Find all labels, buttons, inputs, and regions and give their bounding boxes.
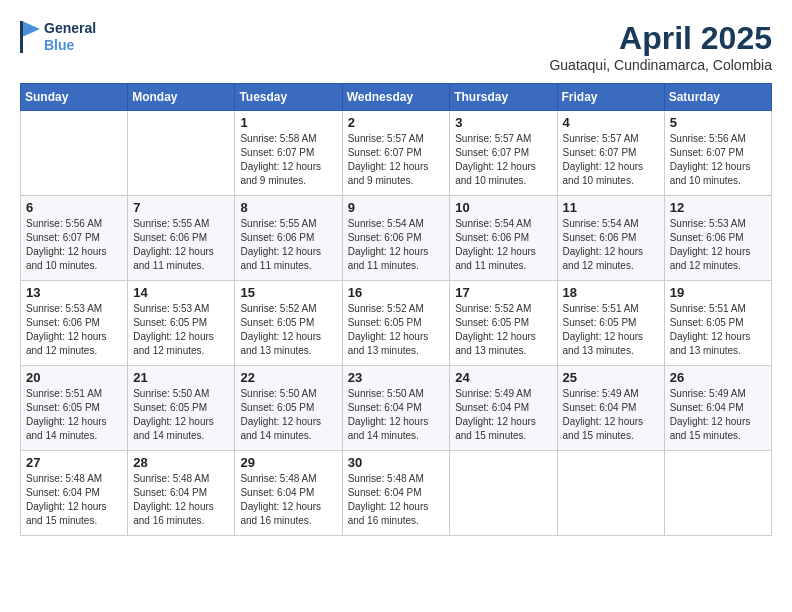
title-area: April 2025 Guataqui, Cundinamarca, Colom… [549, 20, 772, 73]
calendar-cell: 13Sunrise: 5:53 AMSunset: 6:06 PMDayligh… [21, 281, 128, 366]
day-number: 6 [26, 200, 122, 215]
calendar-cell: 11Sunrise: 5:54 AMSunset: 6:06 PMDayligh… [557, 196, 664, 281]
day-info: Sunrise: 5:53 AMSunset: 6:06 PMDaylight:… [670, 217, 766, 273]
day-number: 9 [348, 200, 445, 215]
calendar-cell: 4Sunrise: 5:57 AMSunset: 6:07 PMDaylight… [557, 111, 664, 196]
day-number: 23 [348, 370, 445, 385]
day-number: 29 [240, 455, 336, 470]
calendar-cell [128, 111, 235, 196]
calendar-cell: 26Sunrise: 5:49 AMSunset: 6:04 PMDayligh… [664, 366, 771, 451]
day-info: Sunrise: 5:57 AMSunset: 6:07 PMDaylight:… [455, 132, 551, 188]
calendar-cell: 23Sunrise: 5:50 AMSunset: 6:04 PMDayligh… [342, 366, 450, 451]
calendar-cell: 18Sunrise: 5:51 AMSunset: 6:05 PMDayligh… [557, 281, 664, 366]
day-info: Sunrise: 5:56 AMSunset: 6:07 PMDaylight:… [26, 217, 122, 273]
day-info: Sunrise: 5:48 AMSunset: 6:04 PMDaylight:… [133, 472, 229, 528]
day-number: 1 [240, 115, 336, 130]
day-number: 26 [670, 370, 766, 385]
calendar-week-row: 1Sunrise: 5:58 AMSunset: 6:07 PMDaylight… [21, 111, 772, 196]
calendar-week-row: 6Sunrise: 5:56 AMSunset: 6:07 PMDaylight… [21, 196, 772, 281]
day-number: 11 [563, 200, 659, 215]
location-subtitle: Guataqui, Cundinamarca, Colombia [549, 57, 772, 73]
day-info: Sunrise: 5:51 AMSunset: 6:05 PMDaylight:… [670, 302, 766, 358]
calendar-cell: 16Sunrise: 5:52 AMSunset: 6:05 PMDayligh… [342, 281, 450, 366]
page-header: General Blue April 2025 Guataqui, Cundin… [20, 20, 772, 73]
calendar-cell: 10Sunrise: 5:54 AMSunset: 6:06 PMDayligh… [450, 196, 557, 281]
svg-rect-1 [20, 21, 23, 53]
calendar-body: 1Sunrise: 5:58 AMSunset: 6:07 PMDaylight… [21, 111, 772, 536]
day-number: 27 [26, 455, 122, 470]
day-number: 7 [133, 200, 229, 215]
day-info: Sunrise: 5:50 AMSunset: 6:04 PMDaylight:… [348, 387, 445, 443]
day-info: Sunrise: 5:57 AMSunset: 6:07 PMDaylight:… [563, 132, 659, 188]
day-number: 13 [26, 285, 122, 300]
day-info: Sunrise: 5:51 AMSunset: 6:05 PMDaylight:… [26, 387, 122, 443]
calendar-cell: 12Sunrise: 5:53 AMSunset: 6:06 PMDayligh… [664, 196, 771, 281]
day-number: 21 [133, 370, 229, 385]
calendar-cell: 5Sunrise: 5:56 AMSunset: 6:07 PMDaylight… [664, 111, 771, 196]
calendar-cell: 20Sunrise: 5:51 AMSunset: 6:05 PMDayligh… [21, 366, 128, 451]
logo: General Blue [20, 20, 96, 54]
calendar-cell: 24Sunrise: 5:49 AMSunset: 6:04 PMDayligh… [450, 366, 557, 451]
logo-flag-icon [20, 21, 40, 53]
day-info: Sunrise: 5:49 AMSunset: 6:04 PMDaylight:… [455, 387, 551, 443]
calendar-cell [557, 451, 664, 536]
calendar-cell: 25Sunrise: 5:49 AMSunset: 6:04 PMDayligh… [557, 366, 664, 451]
day-number: 19 [670, 285, 766, 300]
day-info: Sunrise: 5:53 AMSunset: 6:06 PMDaylight:… [26, 302, 122, 358]
day-number: 30 [348, 455, 445, 470]
day-info: Sunrise: 5:49 AMSunset: 6:04 PMDaylight:… [563, 387, 659, 443]
day-number: 20 [26, 370, 122, 385]
logo-blue: Blue [44, 37, 96, 54]
day-number: 24 [455, 370, 551, 385]
weekday-header: Monday [128, 84, 235, 111]
calendar-week-row: 27Sunrise: 5:48 AMSunset: 6:04 PMDayligh… [21, 451, 772, 536]
day-info: Sunrise: 5:54 AMSunset: 6:06 PMDaylight:… [563, 217, 659, 273]
day-number: 5 [670, 115, 766, 130]
day-number: 25 [563, 370, 659, 385]
calendar-cell: 15Sunrise: 5:52 AMSunset: 6:05 PMDayligh… [235, 281, 342, 366]
calendar-cell: 28Sunrise: 5:48 AMSunset: 6:04 PMDayligh… [128, 451, 235, 536]
day-info: Sunrise: 5:55 AMSunset: 6:06 PMDaylight:… [240, 217, 336, 273]
calendar-cell: 1Sunrise: 5:58 AMSunset: 6:07 PMDaylight… [235, 111, 342, 196]
day-number: 17 [455, 285, 551, 300]
calendar-header: SundayMondayTuesdayWednesdayThursdayFrid… [21, 84, 772, 111]
calendar-cell [664, 451, 771, 536]
logo-general: General [44, 20, 96, 37]
day-info: Sunrise: 5:52 AMSunset: 6:05 PMDaylight:… [455, 302, 551, 358]
calendar-cell: 27Sunrise: 5:48 AMSunset: 6:04 PMDayligh… [21, 451, 128, 536]
calendar-cell: 29Sunrise: 5:48 AMSunset: 6:04 PMDayligh… [235, 451, 342, 536]
svg-marker-0 [22, 21, 40, 37]
day-number: 3 [455, 115, 551, 130]
calendar-cell: 3Sunrise: 5:57 AMSunset: 6:07 PMDaylight… [450, 111, 557, 196]
day-number: 15 [240, 285, 336, 300]
weekday-header: Wednesday [342, 84, 450, 111]
calendar-week-row: 13Sunrise: 5:53 AMSunset: 6:06 PMDayligh… [21, 281, 772, 366]
weekday-row: SundayMondayTuesdayWednesdayThursdayFrid… [21, 84, 772, 111]
day-info: Sunrise: 5:54 AMSunset: 6:06 PMDaylight:… [348, 217, 445, 273]
day-info: Sunrise: 5:52 AMSunset: 6:05 PMDaylight:… [240, 302, 336, 358]
day-info: Sunrise: 5:50 AMSunset: 6:05 PMDaylight:… [240, 387, 336, 443]
month-year-title: April 2025 [549, 20, 772, 57]
calendar-cell: 30Sunrise: 5:48 AMSunset: 6:04 PMDayligh… [342, 451, 450, 536]
day-number: 16 [348, 285, 445, 300]
day-number: 2 [348, 115, 445, 130]
calendar-table: SundayMondayTuesdayWednesdayThursdayFrid… [20, 83, 772, 536]
calendar-cell [450, 451, 557, 536]
day-info: Sunrise: 5:54 AMSunset: 6:06 PMDaylight:… [455, 217, 551, 273]
weekday-header: Tuesday [235, 84, 342, 111]
calendar-week-row: 20Sunrise: 5:51 AMSunset: 6:05 PMDayligh… [21, 366, 772, 451]
day-info: Sunrise: 5:56 AMSunset: 6:07 PMDaylight:… [670, 132, 766, 188]
day-info: Sunrise: 5:52 AMSunset: 6:05 PMDaylight:… [348, 302, 445, 358]
calendar-cell: 22Sunrise: 5:50 AMSunset: 6:05 PMDayligh… [235, 366, 342, 451]
day-info: Sunrise: 5:48 AMSunset: 6:04 PMDaylight:… [348, 472, 445, 528]
calendar-cell: 8Sunrise: 5:55 AMSunset: 6:06 PMDaylight… [235, 196, 342, 281]
calendar-cell: 14Sunrise: 5:53 AMSunset: 6:05 PMDayligh… [128, 281, 235, 366]
calendar-cell: 19Sunrise: 5:51 AMSunset: 6:05 PMDayligh… [664, 281, 771, 366]
day-info: Sunrise: 5:57 AMSunset: 6:07 PMDaylight:… [348, 132, 445, 188]
day-info: Sunrise: 5:48 AMSunset: 6:04 PMDaylight:… [240, 472, 336, 528]
day-info: Sunrise: 5:48 AMSunset: 6:04 PMDaylight:… [26, 472, 122, 528]
calendar-cell [21, 111, 128, 196]
logo-container: General Blue [20, 20, 96, 54]
day-info: Sunrise: 5:55 AMSunset: 6:06 PMDaylight:… [133, 217, 229, 273]
calendar-cell: 7Sunrise: 5:55 AMSunset: 6:06 PMDaylight… [128, 196, 235, 281]
